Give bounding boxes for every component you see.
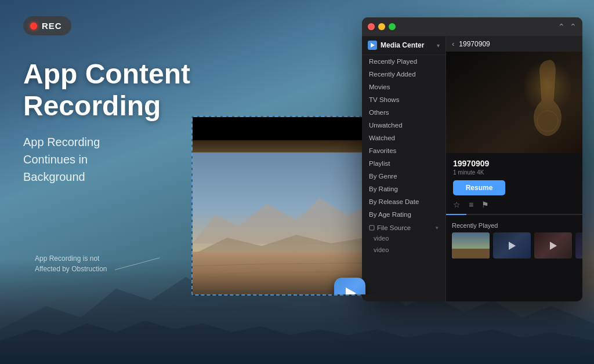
panel-nav: ‹ 19970909 <box>446 36 582 52</box>
list-icon[interactable]: ≡ <box>469 200 473 209</box>
heading-subtitle: App Recording Continues in Background <box>23 133 190 185</box>
nav-right-icon[interactable]: ⌃ <box>570 22 577 31</box>
progress-bar-fill <box>446 214 466 215</box>
thumbnail-3[interactable] <box>534 232 572 259</box>
sidebar-header[interactable]: Media Center ▾ <box>362 36 446 55</box>
flag-icon[interactable]: ⚑ <box>481 200 489 209</box>
sidebar-item-by-rating[interactable]: By Rating <box>362 183 446 195</box>
resume-button[interactable]: Resume <box>453 180 505 195</box>
svg-rect-4 <box>370 225 374 230</box>
thumb-play-3 <box>550 242 557 250</box>
movie-info: 19970909 1 minute 4K Resume ☆ ≡ ⚑ <box>446 153 582 214</box>
window-nav: ⌃ ⌃ <box>558 22 577 31</box>
app-icon: ✓ <box>334 278 365 296</box>
window-minimize-btn[interactable] <box>378 23 385 30</box>
thumbnails-row <box>452 232 577 259</box>
movie-title: 19970909 <box>453 159 575 168</box>
sidebar-item-by-genre[interactable]: By Genre <box>362 170 446 183</box>
sidebar-sub-video-2[interactable]: video <box>362 244 446 256</box>
panel-nav-title: 19970909 <box>459 40 490 48</box>
svg-marker-3 <box>371 43 375 48</box>
sidebar-item-watched[interactable]: Watched <box>362 132 446 144</box>
sidebar-item-tvshows[interactable]: TV Shows <box>362 93 446 106</box>
media-icon <box>370 42 375 48</box>
progress-bar <box>446 214 582 215</box>
right-panel: ‹ 19970909 19970909 1 minute 4K Resume <box>446 36 582 301</box>
rec-label: REC <box>42 21 62 31</box>
heading-title: App Content Recording <box>23 58 190 122</box>
sidebar-item-unwatched[interactable]: Unwatched <box>362 119 446 132</box>
media-window: ⌃ ⌃ Media Center ▾ Recently Played Recen… <box>362 17 582 301</box>
annotation-text: App Recording is not Affected by Obstruc… <box>35 253 107 274</box>
sidebar-item-playlist[interactable]: Playlist <box>362 157 446 170</box>
panel-nav-back-icon[interactable]: ‹ <box>452 39 454 48</box>
sidebar-item-recently-added[interactable]: Recently Added <box>362 68 446 81</box>
window-close-btn[interactable] <box>368 23 375 30</box>
rec-badge: REC <box>23 16 71 35</box>
sidebar-item-movies[interactable]: Movies <box>362 81 446 93</box>
window-maximize-btn[interactable] <box>389 23 396 30</box>
recently-played-label: Recently Played <box>452 222 577 229</box>
window-titlebar: ⌃ ⌃ <box>362 17 582 36</box>
svg-rect-7 <box>452 249 490 259</box>
sidebar-sub-video-1[interactable]: video <box>362 232 446 244</box>
main-heading: App Content Recording App Recording Cont… <box>23 58 190 185</box>
play-icon <box>346 287 356 296</box>
thumb-play-2 <box>509 242 516 250</box>
instrument-svg <box>521 54 574 147</box>
thumbnail-4[interactable] <box>575 232 582 259</box>
sidebar-header-label: Media Center <box>381 41 433 49</box>
nav-left-icon[interactable]: ⌃ <box>558 22 565 31</box>
sidebar-file-source-label: File Source <box>377 224 411 231</box>
app-icon-container: ✓ <box>334 278 365 296</box>
sidebar-section-file-source[interactable]: File Source ▾ <box>362 221 446 232</box>
sidebar-item-others[interactable]: Others <box>362 106 446 119</box>
thumbnail-1[interactable] <box>452 232 490 259</box>
sidebar-item-by-age-rating[interactable]: By Age Rating <box>362 208 446 221</box>
movie-meta: 1 minute 4K <box>453 169 575 176</box>
sidebar-chevron-icon: ▾ <box>437 42 440 49</box>
favorite-icon[interactable]: ☆ <box>453 200 461 209</box>
sidebar-header-icon <box>368 41 377 50</box>
sidebar-item-favorites[interactable]: Favorites <box>362 144 446 157</box>
sidebar-item-by-release-date[interactable]: By Release Date <box>362 195 446 208</box>
movie-actions: ☆ ≡ ⚑ <box>453 200 575 209</box>
thumbnail-2[interactable] <box>493 232 531 259</box>
thumb-desert-svg <box>452 232 490 259</box>
panel-video <box>446 52 582 153</box>
rec-dot <box>30 23 37 30</box>
window-content: Media Center ▾ Recently Played Recently … <box>362 36 582 301</box>
recently-played-section: Recently Played <box>446 217 582 301</box>
file-source-chevron: ▾ <box>436 225 439 231</box>
sidebar: Media Center ▾ Recently Played Recently … <box>362 36 446 301</box>
sidebar-item-recently-played[interactable]: Recently Played <box>362 55 446 68</box>
file-source-icon <box>369 225 375 231</box>
